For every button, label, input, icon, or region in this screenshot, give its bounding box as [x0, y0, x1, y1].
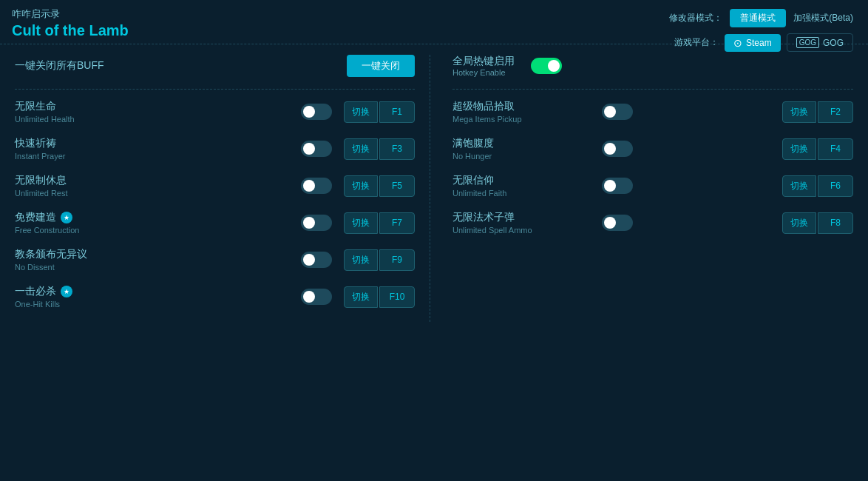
platform-row: 游戏平台： ⊙ Steam GOG GOG	[674, 33, 853, 52]
separator	[15, 89, 415, 90]
cheat-toggle[interactable]	[301, 289, 332, 305]
left-cheat-list: 无限生命 Unlimited Health 切换 F1 快速祈祷	[15, 100, 415, 309]
switch-button[interactable]: 切换	[782, 212, 816, 234]
key-btn-group: 切换 F7	[344, 212, 415, 234]
cheat-info: 无限制休息 Unlimited Rest	[15, 174, 289, 198]
key-button[interactable]: F3	[379, 138, 415, 160]
cheat-name: 一击必杀 ★	[15, 285, 289, 298]
key-button[interactable]: F8	[818, 212, 853, 234]
toggle-switch[interactable]	[301, 252, 332, 268]
toggle-switch[interactable]	[602, 215, 633, 231]
cheat-row: 满饱腹度 No Hunger 切换 F4	[452, 137, 853, 161]
top-right-controls: 修改器模式： 普通模式 加强模式(Beta) 游戏平台： ⊙ Steam GOG…	[669, 9, 853, 52]
switch-button[interactable]: 切换	[782, 138, 816, 160]
star-badge: ★	[61, 212, 72, 223]
key-button[interactable]: F5	[379, 175, 415, 197]
cheat-name: 满饱腹度	[452, 137, 590, 150]
key-button[interactable]: F1	[379, 101, 415, 123]
cheat-name: 教条颁布无异议	[15, 248, 289, 261]
steam-icon: ⊙	[733, 37, 742, 49]
cheat-sub: Instant Prayer	[15, 152, 289, 161]
key-btn-group: 切换 F1	[344, 101, 415, 123]
toggle-switch[interactable]	[602, 141, 633, 157]
cheat-toggle[interactable]	[301, 252, 332, 268]
cheat-row: 教条颁布无异议 No Dissent 切换 F9	[15, 248, 415, 272]
toggle-switch[interactable]	[301, 104, 332, 120]
switch-button[interactable]: 切换	[344, 101, 378, 123]
key-btn-group: 切换 F2	[782, 101, 853, 123]
toggle-switch[interactable]	[602, 178, 633, 194]
cheat-name: 超级物品拾取	[452, 100, 590, 113]
cheat-info: 超级物品拾取 Mega Items Pickup	[452, 100, 590, 124]
key-button[interactable]: F7	[379, 212, 415, 234]
cheat-info: 快速祈祷 Instant Prayer	[15, 137, 289, 161]
switch-button[interactable]: 切换	[782, 175, 816, 197]
key-button[interactable]: F4	[818, 138, 853, 160]
turn-off-all-label: 一键关闭所有BUFF	[15, 59, 104, 73]
cheat-info: 无限信仰 Unlimited Faith	[452, 174, 590, 198]
cheat-sub: Unlimited Spell Ammo	[452, 226, 590, 235]
cheat-row: 超级物品拾取 Mega Items Pickup 切换 F2	[452, 100, 853, 124]
cheat-toggle[interactable]	[602, 215, 633, 231]
gog-platform-button[interactable]: GOG GOG	[787, 33, 853, 52]
cheat-info: 教条颁布无异议 No Dissent	[15, 248, 289, 272]
cheat-info: 满饱腹度 No Hunger	[452, 137, 590, 161]
key-button[interactable]: F10	[379, 286, 415, 308]
key-btn-group: 切换 F3	[344, 138, 415, 160]
cheat-name: 无限信仰	[452, 174, 590, 187]
cheat-info: 无限生命 Unlimited Health	[15, 100, 289, 124]
switch-button[interactable]: 切换	[344, 138, 378, 160]
hotkey-toggle[interactable]	[531, 58, 562, 74]
key-btn-group: 切换 F8	[782, 212, 853, 234]
cheat-sub: No Dissent	[15, 263, 289, 272]
mode-row: 修改器模式： 普通模式 加强模式(Beta)	[669, 9, 853, 27]
cheat-toggle[interactable]	[602, 141, 633, 157]
cheat-info: 无限法术子弹 Unlimited Spell Ammo	[452, 211, 590, 235]
platform-label: 游戏平台：	[674, 36, 719, 49]
turn-off-button[interactable]: 一键关闭	[347, 55, 415, 77]
cheat-sub: Mega Items Pickup	[452, 115, 590, 124]
switch-button[interactable]: 切换	[344, 286, 378, 308]
switch-button[interactable]: 切换	[344, 175, 378, 197]
cheat-info: 免费建造 ★ Free Construction	[15, 211, 289, 235]
cheat-row: 无限生命 Unlimited Health 切换 F1	[15, 100, 415, 124]
cheat-sub: Free Construction	[15, 226, 289, 235]
cheat-toggle[interactable]	[301, 178, 332, 194]
cheat-sub: Unlimited Faith	[452, 189, 590, 198]
cheat-toggle[interactable]	[301, 141, 332, 157]
beta-mode-button[interactable]: 加强模式(Beta)	[793, 12, 853, 24]
toggle-switch[interactable]	[301, 141, 332, 157]
steam-platform-button[interactable]: ⊙ Steam	[725, 34, 781, 52]
cheat-toggle[interactable]	[301, 104, 332, 120]
cheat-name: 无限制休息	[15, 174, 289, 187]
switch-button[interactable]: 切换	[782, 101, 816, 123]
hotkey-info: 全局热键启用 Hotkey Enable	[452, 55, 515, 77]
key-button[interactable]: F9	[379, 249, 415, 271]
cheat-name: 免费建造 ★	[15, 211, 289, 224]
cheat-name: 无限法术子弹	[452, 211, 590, 224]
toggle-switch[interactable]	[301, 289, 332, 305]
cheat-sub: Unlimited Health	[15, 115, 289, 124]
toggle-switch[interactable]	[301, 215, 332, 231]
hotkey-row: 全局热键启用 Hotkey Enable	[452, 55, 853, 77]
key-button[interactable]: F6	[818, 175, 853, 197]
cheat-row: 无限信仰 Unlimited Faith 切换 F6	[452, 174, 853, 198]
key-button[interactable]: F2	[818, 101, 853, 123]
cheat-row: 免费建造 ★ Free Construction 切换 F7	[15, 211, 415, 235]
right-panel: 全局热键启用 Hotkey Enable 超级物品拾取 Mega Items P…	[430, 55, 853, 322]
toggle-switch[interactable]	[301, 178, 332, 194]
cheat-toggle[interactable]	[602, 178, 633, 194]
top-bar: 一键关闭所有BUFF 一键关闭	[15, 55, 415, 77]
cheat-toggle[interactable]	[602, 104, 633, 120]
toggle-switch[interactable]	[602, 104, 633, 120]
switch-button[interactable]: 切换	[344, 212, 378, 234]
cheat-name: 无限生命	[15, 100, 289, 113]
cheat-row: 一击必杀 ★ One-Hit Kills 切换 F10	[15, 285, 415, 309]
normal-mode-button[interactable]: 普通模式	[730, 9, 786, 27]
main-content: 一键关闭所有BUFF 一键关闭 无限生命 Unlimited Health 切换	[0, 44, 868, 332]
cheat-info: 一击必杀 ★ One-Hit Kills	[15, 285, 289, 309]
switch-button[interactable]: 切换	[344, 249, 378, 271]
cheat-name: 快速祈祷	[15, 137, 289, 150]
cheat-toggle[interactable]	[301, 215, 332, 231]
mode-label: 修改器模式：	[669, 12, 722, 24]
